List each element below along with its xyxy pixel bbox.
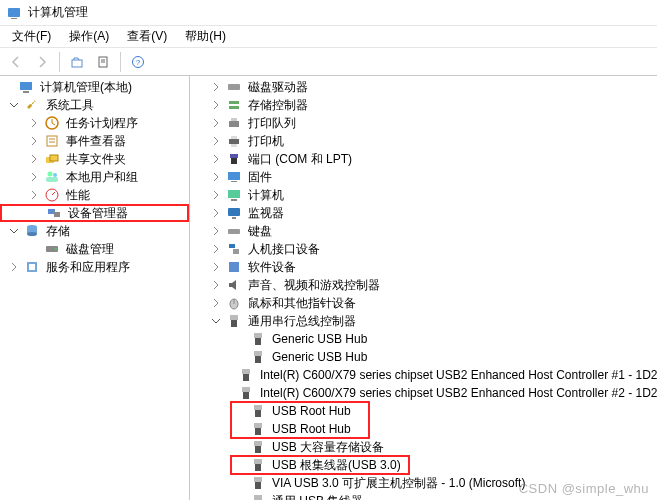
device-category-7[interactable]: 监视器 [190,204,657,222]
menu-action[interactable]: 操作(A) [61,26,117,47]
expander-icon[interactable] [28,153,40,165]
expander-icon[interactable] [210,243,222,255]
device-category-11[interactable]: 声音、视频和游戏控制器 [190,276,657,294]
back-button[interactable] [4,51,28,73]
help-button[interactable]: ? [126,51,150,73]
left-item-5[interactable]: 设备管理器 [0,204,189,222]
usb-child-label: Generic USB Hub [270,330,369,348]
device-category-9[interactable]: 人机接口设备 [190,240,657,258]
menu-file[interactable]: 文件(F) [4,26,59,47]
svg-rect-63 [254,423,262,428]
services-node[interactable]: 服务和应用程序 [0,258,189,276]
svg-point-16 [48,172,53,177]
svg-rect-47 [233,249,239,254]
expander-icon[interactable] [210,117,222,129]
expander-icon[interactable] [210,81,222,93]
left-item-0[interactable]: 任务计划程序 [0,114,189,132]
usb-icon [250,349,266,365]
expander-icon[interactable] [210,189,222,201]
left-item-2[interactable]: 共享文件夹 [0,150,189,168]
device-category-8[interactable]: 键盘 [190,222,657,240]
device-category-1[interactable]: 存储控制器 [190,96,657,114]
device-category-4[interactable]: 端口 (COM 和 LPT) [190,150,657,168]
svg-rect-1 [11,18,17,19]
disk-mgmt-node[interactable]: 磁盘管理 [0,240,189,258]
expander-icon[interactable] [8,261,20,273]
usb-controllers-node[interactable]: 通用串行总线控制器 [190,312,657,330]
root-node[interactable]: 计算机管理(本地) [0,78,189,96]
usb-child-8[interactable]: VIA USB 3.0 可扩展主机控制器 - 1.0 (Microsoft) [190,474,657,492]
device-category-2[interactable]: 打印队列 [190,114,657,132]
usb-child-5[interactable]: USB Root Hub [190,420,657,438]
window-title: 计算机管理 [28,4,88,21]
port-icon [226,151,242,167]
expander-icon[interactable] [28,135,40,147]
expander-icon[interactable] [210,99,222,111]
storage-node[interactable]: 存储 [0,222,189,240]
usb-child-4[interactable]: USB Root Hub [190,402,657,420]
menu-help[interactable]: 帮助(H) [177,26,234,47]
usb-child-9[interactable]: 通用 USB 集线器 [190,492,657,500]
svg-rect-45 [228,229,240,234]
expander-icon[interactable] [210,261,222,273]
left-item-label: 任务计划程序 [64,114,140,132]
expander-icon[interactable] [28,171,40,183]
device-category-0[interactable]: 磁盘驱动器 [190,78,657,96]
menubar: 文件(F) 操作(A) 查看(V) 帮助(H) [0,26,657,48]
svg-rect-55 [254,351,262,356]
left-item-label: 设备管理器 [66,204,130,222]
left-item-3[interactable]: 本地用户和组 [0,168,189,186]
expander-icon[interactable] [8,99,20,111]
usb-child-2[interactable]: Intel(R) C600/X79 series chipset USB2 En… [190,366,657,384]
left-item-label: 本地用户和组 [64,168,140,186]
usb-child-3[interactable]: Intel(R) C600/X79 series chipset USB2 En… [190,384,657,402]
disk-icon [226,79,242,95]
left-item-4[interactable]: 性能 [0,186,189,204]
forward-button[interactable] [30,51,54,73]
usb-icon [238,385,254,401]
svg-rect-39 [228,172,240,180]
root-label: 计算机管理(本地) [38,78,134,96]
device-tree: 磁盘驱动器存储控制器打印队列打印机端口 (COM 和 LPT)固件计算机监视器键… [190,76,657,500]
expander-icon[interactable] [210,171,222,183]
device-category-10[interactable]: 软件设备 [190,258,657,276]
expander-icon[interactable] [28,189,40,201]
storage-ctrl-icon [226,97,242,113]
svg-rect-69 [254,477,262,482]
menu-view[interactable]: 查看(V) [119,26,175,47]
expander-icon[interactable] [210,297,222,309]
usb-child-1[interactable]: Generic USB Hub [190,348,657,366]
usb-child-0[interactable]: Generic USB Hub [190,330,657,348]
up-level-button[interactable] [65,51,89,73]
expander-icon[interactable] [210,135,222,147]
svg-rect-51 [230,315,238,320]
expander-icon[interactable] [210,279,222,291]
device-category-3[interactable]: 打印机 [190,132,657,150]
left-item-label: 事件查看器 [64,132,128,150]
usb-child-6[interactable]: USB 大容量存储设备 [190,438,657,456]
svg-rect-58 [243,374,249,381]
device-category-label: 鼠标和其他指针设备 [246,294,358,312]
expander-icon[interactable] [210,153,222,165]
wrench-icon [24,97,40,113]
left-item-1[interactable]: 事件查看器 [0,132,189,150]
clock-icon [44,115,60,131]
usb-child-label: Generic USB Hub [270,348,369,366]
expander-icon[interactable] [8,225,20,237]
storage-icon [24,223,40,239]
device-category-6[interactable]: 计算机 [190,186,657,204]
system-tools-node[interactable]: 系统工具 [0,96,189,114]
usb-child-7[interactable]: USB 根集线器(USB 3.0) [190,456,657,474]
expander-icon[interactable] [210,207,222,219]
svg-point-17 [53,173,57,177]
properties-button[interactable] [91,51,115,73]
svg-rect-70 [255,482,261,489]
expander-icon[interactable] [210,315,222,327]
app-icon [6,5,22,21]
device-category-12[interactable]: 鼠标和其他指针设备 [190,294,657,312]
svg-rect-60 [243,392,249,399]
perf-icon [44,187,60,203]
device-category-5[interactable]: 固件 [190,168,657,186]
expander-icon[interactable] [28,117,40,129]
expander-icon[interactable] [210,225,222,237]
